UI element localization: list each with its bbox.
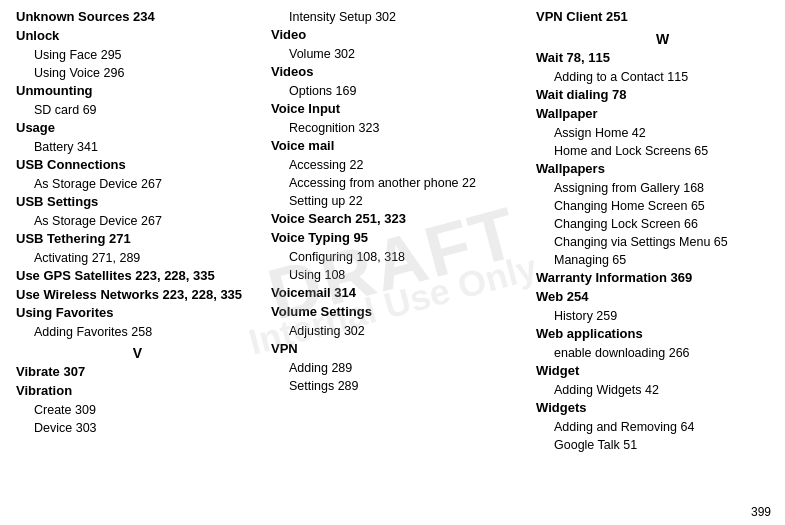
list-item: Accessing 22 [271, 156, 524, 174]
column-right: VPN Client 251WWait 78, 115Adding to a C… [530, 8, 785, 517]
list-item: Web applications [536, 325, 785, 344]
list-item: Voice Input [271, 100, 524, 119]
list-item: Web 254 [536, 288, 785, 307]
list-item: Device 303 [16, 419, 259, 437]
list-item: Adjusting 302 [271, 322, 524, 340]
list-item: Unmounting [16, 82, 259, 101]
column-left: Unknown Sources 234UnlockUsing Face 295U… [10, 8, 265, 517]
list-item: Vibration [16, 382, 259, 401]
list-item: Intensity Setup 302 [271, 8, 524, 26]
list-item: Voice Typing 95 [271, 229, 524, 248]
list-item: Adding and Removing 64 [536, 418, 785, 436]
list-item: Voicemail 314 [271, 284, 524, 303]
list-item: W [536, 31, 785, 47]
list-item: Using 108 [271, 266, 524, 284]
list-item: Wallpaper [536, 105, 785, 124]
list-item: Use Wireless Networks 223, 228, 335 [16, 286, 259, 305]
list-item: Battery 341 [16, 138, 259, 156]
list-item: VPN [271, 340, 524, 359]
page-container: DRAFT Internal Use Only Unknown Sources … [0, 0, 785, 525]
page-number: 399 [751, 505, 771, 519]
list-item: Vibrate 307 [16, 363, 259, 382]
list-item: Changing Lock Screen 66 [536, 215, 785, 233]
list-item: As Storage Device 267 [16, 175, 259, 193]
list-item: Assign Home 42 [536, 124, 785, 142]
list-item: Unlock [16, 27, 259, 46]
list-item: V [16, 345, 259, 361]
list-item: Using Favorites [16, 304, 259, 323]
list-item: USB Settings [16, 193, 259, 212]
list-item: Settings 289 [271, 377, 524, 395]
list-item: Google Talk 51 [536, 436, 785, 454]
list-item: Unknown Sources 234 [16, 8, 259, 27]
list-item: Voice Search 251, 323 [271, 210, 524, 229]
list-item: Create 309 [16, 401, 259, 419]
list-item: SD card 69 [16, 101, 259, 119]
list-item: Setting up 22 [271, 192, 524, 210]
list-item: Changing Home Screen 65 [536, 197, 785, 215]
list-item: Volume 302 [271, 45, 524, 63]
list-item: History 259 [536, 307, 785, 325]
list-item: Adding Widgets 42 [536, 381, 785, 399]
list-item: Widget [536, 362, 785, 381]
list-item: Recognition 323 [271, 119, 524, 137]
list-item: Video [271, 26, 524, 45]
list-item: Configuring 108, 318 [271, 248, 524, 266]
list-item: Wait 78, 115 [536, 49, 785, 68]
list-item: Wait dialing 78 [536, 86, 785, 105]
list-item: Managing 65 [536, 251, 785, 269]
list-item: USB Connections [16, 156, 259, 175]
list-item: Use GPS Satellites 223, 228, 335 [16, 267, 259, 286]
list-item: Options 169 [271, 82, 524, 100]
list-item: Adding to a Contact 115 [536, 68, 785, 86]
list-item: Changing via Settings Menu 65 [536, 233, 785, 251]
list-item: Videos [271, 63, 524, 82]
list-item: Home and Lock Screens 65 [536, 142, 785, 160]
list-item: Assigning from Gallery 168 [536, 179, 785, 197]
list-item: enable downloading 266 [536, 344, 785, 362]
column-middle: Intensity Setup 302VideoVolume 302Videos… [265, 8, 530, 517]
list-item: Wallpapers [536, 160, 785, 179]
list-item: Widgets [536, 399, 785, 418]
list-item: Voice mail [271, 137, 524, 156]
list-item: Volume Settings [271, 303, 524, 322]
list-item: VPN Client 251 [536, 8, 785, 27]
list-item: Adding Favorites 258 [16, 323, 259, 341]
list-item: USB Tethering 271 [16, 230, 259, 249]
list-item: Activating 271, 289 [16, 249, 259, 267]
list-item: Using Voice 296 [16, 64, 259, 82]
list-item: As Storage Device 267 [16, 212, 259, 230]
list-item: Adding 289 [271, 359, 524, 377]
list-item: Usage [16, 119, 259, 138]
list-item: Accessing from another phone 22 [271, 174, 524, 192]
list-item: Warranty Information 369 [536, 269, 785, 288]
list-item: Using Face 295 [16, 46, 259, 64]
